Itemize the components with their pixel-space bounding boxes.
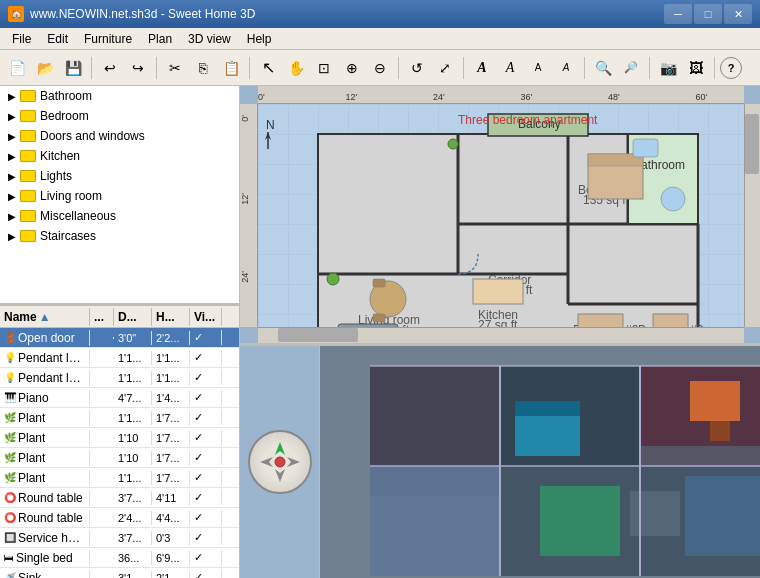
row-icon: ⭕ <box>4 512 16 523</box>
table-row[interactable]: ⭕ Round table 3'7... 4'11 ✓ <box>0 488 239 508</box>
cell-visible[interactable]: ✓ <box>190 530 222 545</box>
header-h[interactable]: H... <box>152 308 190 326</box>
cell-visible[interactable]: ✓ <box>190 330 222 345</box>
cell-visible[interactable]: ✓ <box>190 390 222 405</box>
h-scroll-thumb[interactable] <box>278 328 358 342</box>
table-row[interactable]: 🚿 Sink 3'1... 2'1... ✓ <box>0 568 239 578</box>
zoom-in-button[interactable]: 🔍 <box>590 55 616 81</box>
ruler-vertical: 0' 12' 24' <box>240 104 258 327</box>
help-button[interactable]: ? <box>720 57 742 79</box>
table-row[interactable]: 🎹 Piano 4'7... 1'4... ✓ <box>0 388 239 408</box>
label-tool-c[interactable]: A <box>525 55 551 81</box>
folder-icon-kitchen <box>20 150 36 162</box>
category-tree: ▶ Bathroom ▶ Bedroom ▶ Doors and windows… <box>0 86 239 306</box>
cell-visible[interactable]: ✓ <box>190 550 222 565</box>
row-icon: 🌿 <box>4 432 16 443</box>
undo-button[interactable]: ↩ <box>97 55 123 81</box>
menu-furniture[interactable]: Furniture <box>76 29 140 49</box>
title-bar: 🏠 www.NEOWIN.net.sh3d - Sweet Home 3D ─ … <box>0 0 760 28</box>
table-row[interactable]: 🚪 Open door 3'0" 2'2... ✓ <box>0 328 239 348</box>
zoom-out-tool[interactable]: ⊖ <box>367 55 393 81</box>
table-body: 🚪 Open door 3'0" 2'2... ✓ 💡 Pendant lamp… <box>0 328 239 578</box>
cell-visible[interactable]: ✓ <box>190 490 222 505</box>
pan-tool[interactable]: ✋ <box>283 55 309 81</box>
open-button[interactable]: 📂 <box>32 55 58 81</box>
new-button[interactable]: 📄 <box>4 55 30 81</box>
cell-visible[interactable]: ✓ <box>190 470 222 485</box>
row-name: Plant <box>18 471 45 485</box>
save-button[interactable]: 💾 <box>60 55 86 81</box>
cell-visible[interactable]: ✓ <box>190 510 222 525</box>
cell-visible[interactable]: ✓ <box>190 570 222 578</box>
cell-visible[interactable]: ✓ <box>190 450 222 465</box>
camera-button[interactable]: 📷 <box>655 55 681 81</box>
menu-plan[interactable]: Plan <box>140 29 180 49</box>
zoom-in-tool[interactable]: ⊕ <box>339 55 365 81</box>
menu-3dview[interactable]: 3D view <box>180 29 239 49</box>
cell-visible[interactable]: ✓ <box>190 410 222 425</box>
header-name[interactable]: Name ▲ <box>0 308 90 326</box>
svg-text:N: N <box>266 118 275 132</box>
row-name: Plant <box>18 411 45 425</box>
label-tool-a[interactable]: A <box>469 55 495 81</box>
cell-visible[interactable]: ✓ <box>190 430 222 445</box>
cell-dots <box>90 517 114 519</box>
menu-edit[interactable]: Edit <box>39 29 76 49</box>
tree-item-bathroom[interactable]: ▶ Bathroom <box>0 86 239 106</box>
cell-visible[interactable]: ✓ <box>190 350 222 365</box>
photo-button[interactable]: 🖼 <box>683 55 709 81</box>
compass-control[interactable] <box>248 430 312 494</box>
table-row[interactable]: 🔲 Service hatch 3'7... 0'3 ✓ <box>0 528 239 548</box>
close-button[interactable]: ✕ <box>724 4 752 24</box>
maximize-button[interactable]: □ <box>694 4 722 24</box>
table-row[interactable]: 💡 Pendant lamp 1'1... 1'1... ✓ <box>0 368 239 388</box>
cell-name: 💡 Pendant lamp <box>0 370 90 386</box>
cell-name: 💡 Pendant lamp <box>0 350 90 366</box>
header-vi[interactable]: Vi... <box>190 308 222 326</box>
label-tool-b[interactable]: A <box>497 55 523 81</box>
3d-render-view[interactable] <box>320 346 760 578</box>
cell-height: 4'4... <box>152 511 190 525</box>
tree-item-doors[interactable]: ▶ Doors and windows <box>0 126 239 146</box>
table-row[interactable]: 🛏 Single bed 36... 6'9... ✓ <box>0 548 239 568</box>
table-row[interactable]: 🌿 Plant 1'1... 1'7... ✓ <box>0 468 239 488</box>
tree-item-kitchen[interactable]: ▶ Kitchen <box>0 146 239 166</box>
zoom-out-button[interactable]: 🔎 <box>618 55 644 81</box>
paste-button[interactable]: 📋 <box>218 55 244 81</box>
row-name: Plant <box>18 431 45 445</box>
tree-item-staircases[interactable]: ▶ Staircases <box>0 226 239 246</box>
tree-item-lights[interactable]: ▶ Lights <box>0 166 239 186</box>
floor-plan-canvas[interactable]: N <box>258 104 744 327</box>
table-row[interactable]: 🌿 Plant 1'10 1'7... ✓ <box>0 448 239 468</box>
table-row[interactable]: ⭕ Round table 2'4... 4'4... ✓ <box>0 508 239 528</box>
svg-rect-57 <box>690 381 740 421</box>
expand-icon-living: ▶ <box>4 188 20 204</box>
menu-file[interactable]: File <box>4 29 39 49</box>
v-scroll-thumb[interactable] <box>745 114 759 174</box>
redo-button[interactable]: ↪ <box>125 55 151 81</box>
cell-visible[interactable]: ✓ <box>190 370 222 385</box>
resize-tool[interactable]: ⤢ <box>432 55 458 81</box>
table-row[interactable]: 🌿 Plant 1'10 1'7... ✓ <box>0 428 239 448</box>
table-row[interactable]: 🌿 Plant 1'1... 1'7... ✓ <box>0 408 239 428</box>
zoom-fit[interactable]: ⊡ <box>311 55 337 81</box>
label-living: Living room <box>40 189 102 203</box>
table-row[interactable]: 💡 Pendant lamp 1'1... 1'1... ✓ <box>0 348 239 368</box>
select-tool[interactable]: ↖ <box>255 55 281 81</box>
minimize-button[interactable]: ─ <box>664 4 692 24</box>
label-tool-d[interactable]: A <box>553 55 579 81</box>
menu-help[interactable]: Help <box>239 29 280 49</box>
svg-rect-52 <box>370 466 500 576</box>
cell-height: 1'7... <box>152 431 190 445</box>
tree-item-misc[interactable]: ▶ Miscellaneous <box>0 206 239 226</box>
header-dots[interactable]: ... <box>90 308 114 326</box>
tree-item-bedroom[interactable]: ▶ Bedroom <box>0 106 239 126</box>
v-scrollbar[interactable] <box>744 104 760 327</box>
header-d[interactable]: D... <box>114 308 152 326</box>
tree-item-living[interactable]: ▶ Living room <box>0 186 239 206</box>
ruler-mark-12: 12' <box>345 92 357 102</box>
rotate-tool[interactable]: ↺ <box>404 55 430 81</box>
cut-button[interactable]: ✂ <box>162 55 188 81</box>
h-scrollbar[interactable] <box>258 327 744 343</box>
copy-button[interactable]: ⎘ <box>190 55 216 81</box>
